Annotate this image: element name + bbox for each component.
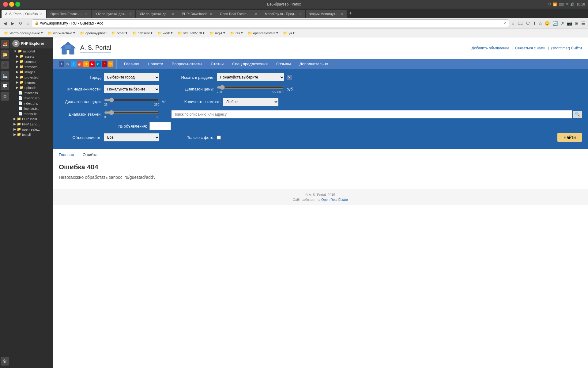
bookmark-openmyiphost[interactable]: 📁 openmyiphost: [78, 30, 108, 36]
social-icon-gp[interactable]: g+: [77, 61, 83, 67]
close-button[interactable]: [3, 2, 8, 7]
grid-icon[interactable]: ⊞: [574, 20, 579, 26]
area-slider[interactable]: [104, 97, 159, 103]
chat-icon[interactable]: 💬: [1, 82, 9, 90]
sync-icon[interactable]: 🔄: [552, 20, 559, 26]
tree-item-testyii[interactable]: ▶ 📁 testyii: [10, 132, 53, 137]
tab-close-icon[interactable]: ✕: [129, 12, 132, 16]
logout-link[interactable]: (shorttimer) Выйти: [551, 46, 582, 50]
bookmark-star-icon[interactable]: ☆: [510, 20, 516, 26]
tab-6[interactable]: Open Real Estate - ... ✕: [216, 10, 261, 18]
rooms-select[interactable]: Любое: [223, 98, 278, 106]
nav-specials[interactable]: Спец.предложения: [228, 59, 272, 69]
forward-button[interactable]: ▶: [9, 20, 16, 27]
download-icon[interactable]: ⬇: [532, 20, 537, 26]
price-min-slider[interactable]: [217, 84, 284, 90]
bookmark-other[interactable]: 📁 other ▾: [110, 30, 129, 36]
tab-close-icon[interactable]: ✕: [255, 12, 257, 16]
url-bar[interactable]: 🔒 ✕: [32, 19, 509, 27]
refresh-button[interactable]: ↻: [17, 20, 24, 27]
bookmark-icon[interactable]: 📖: [517, 20, 524, 26]
terminal-icon[interactable]: ⬛: [1, 61, 9, 69]
social-icon-ok[interactable]: ok: [83, 61, 89, 67]
files-icon[interactable]: 📂: [1, 50, 9, 59]
bookmark-openrealestate[interactable]: 📁 openrealestate ▾: [246, 30, 280, 36]
url-input[interactable]: [40, 21, 503, 25]
window-controls[interactable]: [3, 2, 20, 7]
tree-item-themes[interactable]: ▶ 📁 themes: [10, 80, 53, 85]
social-icon-in[interactable]: in: [96, 61, 101, 67]
nav-articles[interactable]: Статьи: [206, 59, 228, 69]
code-icon[interactable]: 💻: [1, 71, 9, 80]
tree-item-phplang[interactable]: ▶ 📁 PHP Lang...: [10, 121, 53, 127]
address-search-input[interactable]: [172, 110, 572, 118]
breadcrumb-home[interactable]: Главная: [59, 152, 74, 157]
nav-faq[interactable]: Вопросы-ответы: [168, 59, 206, 69]
tab-8[interactable]: Форум Monoray.r... ✕: [306, 10, 347, 18]
home-button[interactable]: ⌂: [25, 20, 31, 27]
tab-close-icon[interactable]: ✕: [85, 12, 88, 16]
nav-home[interactable]: Главная: [120, 59, 143, 69]
tree-item-common[interactable]: ▶ 📁 common: [10, 59, 53, 64]
minimize-button[interactable]: [9, 2, 14, 7]
tree-item-htaccess[interactable]: 📄 .htaccess: [10, 90, 53, 95]
bookmark-work-archive[interactable]: 📁 work-archive ▾: [46, 30, 77, 36]
firefox-icon[interactable]: 🦊: [1, 40, 9, 48]
trash-icon[interactable]: 🗑: [1, 357, 9, 366]
maximize-button[interactable]: [15, 2, 20, 7]
address-search-button[interactable]: 🔍: [573, 111, 582, 118]
tab-close-icon[interactable]: ✕: [172, 12, 174, 16]
shield-icon[interactable]: 🛡: [525, 20, 531, 26]
close-search-button[interactable]: ✕: [287, 75, 292, 80]
bookmark-mql4[interactable]: 📁 mql4 ▾: [208, 30, 227, 36]
tab-close-icon[interactable]: ✕: [210, 12, 212, 16]
bookmark-frequent[interactable]: 📁 Часто посещаемые ▾: [2, 30, 44, 36]
tree-item-protected[interactable]: ▶ 📁 protected: [10, 75, 53, 80]
tree-item-phpinclude[interactable]: ▶ 📁 PHP Inclu...: [10, 116, 53, 121]
tab-active[interactable]: A. S. Portal - Ошибка ✕: [2, 10, 46, 18]
type-select[interactable]: Пожалуйста выберите: [104, 85, 159, 93]
nav-news[interactable]: Новости: [143, 59, 167, 69]
tree-item-images[interactable]: ▶ 📁 images: [10, 69, 53, 75]
back-button[interactable]: ◀: [2, 20, 8, 27]
social-icon-fb[interactable]: vk: [65, 61, 70, 67]
social-icon-pi[interactable]: p: [102, 61, 107, 67]
social-icon-tw[interactable]: t: [71, 61, 77, 67]
share-icon[interactable]: ↗: [560, 20, 565, 26]
home2-icon[interactable]: ⌂: [538, 20, 543, 26]
tree-item-assets[interactable]: ▶ 📁 assets: [10, 54, 53, 59]
floors-slider[interactable]: [104, 109, 159, 116]
powered-by-link[interactable]: Open Real Estate: [321, 198, 348, 201]
bookmark-stm32[interactable]: 📁 stm32f051r8 ▾: [176, 30, 206, 36]
tree-item-robots[interactable]: 📄 robots.txt: [10, 111, 53, 116]
tree-item-openreale[interactable]: ▶ 📁 openreale...: [10, 127, 53, 132]
photo-checkbox[interactable]: [217, 136, 221, 140]
tab-2[interactable]: Open Real Estate - ... ✕: [47, 10, 91, 18]
tab-4[interactable]: Yii2 по-русски, до... ✕: [136, 10, 178, 18]
nav-reviews[interactable]: Отзывы: [272, 59, 295, 69]
tab-7[interactable]: MonoRay.ru - Прод... ✕: [261, 10, 305, 18]
tab-close-icon[interactable]: ✕: [299, 12, 302, 16]
add-listing-link[interactable]: Добавить объявление: [472, 46, 509, 50]
from-select[interactable]: Все: [104, 133, 159, 141]
tree-item-index[interactable]: 📄 index.php: [10, 101, 53, 106]
bookmark-yii[interactable]: 📁 yii ▾: [281, 30, 296, 36]
tab-close-icon[interactable]: ✕: [341, 12, 343, 16]
emoji-icon[interactable]: 😊: [544, 20, 551, 26]
tree-item-framework[interactable]: ▶ 📁 framewo...: [10, 64, 53, 69]
search-button[interactable]: Найти: [557, 133, 582, 142]
section-select[interactable]: Пожалуйста выберите: [217, 73, 284, 81]
bookmark-debserv[interactable]: 📁 debserv ▾: [131, 30, 154, 36]
contact-link[interactable]: Связаться с нами: [515, 46, 545, 50]
social-icon-rss2[interactable]: rss: [108, 61, 113, 67]
tab-3[interactable]: Yii2 по-русски, док... ✕: [92, 10, 135, 18]
ad-number-input[interactable]: [149, 122, 171, 130]
settings-icon[interactable]: ⚙: [1, 92, 9, 101]
screenshot-icon[interactable]: 📷: [566, 20, 573, 26]
city-select[interactable]: Выберите город: [104, 73, 159, 81]
tree-item-uploads[interactable]: ▶ 📁 uploads: [10, 85, 53, 90]
bookmark-work[interactable]: 📁 work ▾: [156, 30, 174, 36]
tree-item-favicon[interactable]: 📄 favicon.ico: [10, 95, 53, 101]
new-tab-button[interactable]: +: [347, 10, 354, 17]
nav-more[interactable]: Дополнительно: [295, 59, 333, 69]
